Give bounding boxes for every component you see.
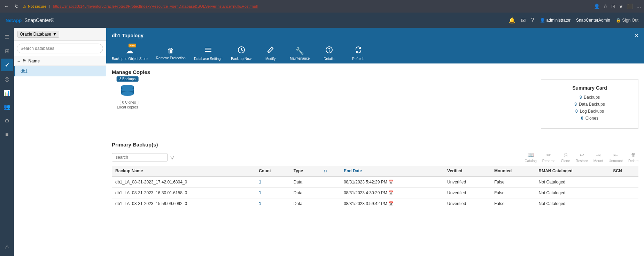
sidebar-item-users[interactable]: 👥 — [1, 100, 13, 113]
cell-empty — [320, 176, 340, 188]
sidebar-item-alert[interactable]: ⚠ — [1, 241, 13, 253]
icon-sidebar: ☰ ⊞ ✔ ◎ 📊 👥 ⚙ ≡ ⚠ — [0, 28, 14, 256]
backup-object-store-label: Backup to Object Store — [112, 57, 148, 61]
left-panel-header: Oracle Database ▼ — [14, 28, 106, 41]
list-header: ≡ ⚑ Name — [14, 56, 106, 66]
new-badge: New — [129, 44, 136, 47]
col-backup-name: Backup Name — [112, 166, 255, 176]
cell-end-date: 08/31/2023 3:59:42 PM 📅 — [340, 198, 444, 209]
toolbar-database-settings[interactable]: Database Settings — [194, 46, 223, 61]
cell-scn — [610, 176, 638, 188]
top-nav-left: NetApp SnapCenter® — [6, 17, 54, 23]
svg-rect-0 — [205, 48, 211, 48]
security-badge: ⚠ Not secure | https://snapctr:8146/Inve… — [23, 4, 258, 9]
clone-badge[interactable]: 0 Clones — [120, 100, 138, 105]
mail-icon[interactable]: ✉ — [521, 17, 526, 24]
toolbar-backup-now[interactable]: Back up Now — [231, 46, 252, 61]
trash-icon: 🗑 — [167, 47, 174, 55]
db-list-item-db1[interactable]: db1 — [14, 66, 106, 76]
bell-icon[interactable]: 🔔 — [509, 17, 515, 24]
top-nav: NetApp SnapCenter® 🔔 ✉ ? 👤 administrator… — [0, 13, 644, 28]
cell-verified: Unverified — [444, 198, 491, 209]
unmount-button[interactable]: ⇤ Unmount — [609, 152, 623, 163]
cell-verified: Unverified — [444, 188, 491, 198]
summary-card: Summary Card 3 Backups 3 Data Backups 0 … — [541, 79, 638, 129]
back-button[interactable]: ← — [3, 2, 10, 10]
col-count: Count — [255, 166, 290, 176]
toolbar-details[interactable]: Details — [319, 46, 340, 61]
cell-rman-cataloged: Not Cataloged — [535, 176, 610, 188]
mount-button[interactable]: ⇥ Mount — [593, 152, 603, 163]
col-end-date[interactable]: End Date — [340, 166, 444, 176]
cell-empty — [320, 188, 340, 198]
signout-link[interactable]: 🔒 Sign Out — [616, 18, 638, 23]
clone-icon: ⎘ — [564, 152, 567, 158]
close-button[interactable]: × — [635, 32, 638, 39]
sidebar-item-list[interactable]: ≡ — [1, 128, 13, 141]
table-row[interactable]: db1_LA_08-31-2023_17.42.01.6804_0 1 Data… — [112, 176, 638, 188]
catalog-icon: 📖 — [527, 152, 534, 158]
sidebar-item-check[interactable]: ✔ — [1, 59, 13, 71]
help-icon[interactable]: ? — [531, 17, 534, 23]
sidebar-item-circle[interactable]: ◎ — [1, 73, 13, 85]
restore-button[interactable]: ↩ Restore — [576, 152, 588, 163]
cell-scn — [610, 198, 638, 209]
search-databases-input[interactable] — [17, 44, 103, 53]
backup-badge[interactable]: 3 Backups — [117, 76, 139, 82]
table-row[interactable]: db1_LA_08-31-2023_16.30.01.6158_0 1 Data… — [112, 188, 638, 198]
divider — [112, 136, 638, 136]
list-icon[interactable]: ≡ — [17, 58, 20, 63]
refresh-label: Refresh — [352, 57, 364, 61]
clock-icon — [238, 46, 245, 55]
sidebar-item-menu[interactable]: ☰ — [1, 31, 13, 43]
cell-verified: Unverified — [444, 176, 491, 188]
top-nav-right: 🔔 ✉ ? 👤 administrator SnapCenterAdmin 🔒 … — [509, 17, 638, 24]
cell-end-date: 08/31/2023 5:42:29 PM 📅 — [340, 176, 444, 188]
summary-card-title: Summary Card — [550, 85, 630, 91]
backup-search-input[interactable] — [112, 153, 168, 161]
flag-icon[interactable]: ⚑ — [22, 58, 26, 63]
user-icon: 👤 — [540, 18, 545, 23]
netapp-logo: NetApp — [6, 18, 22, 23]
clone-button[interactable]: ⎘ Clone — [561, 152, 570, 163]
sidebar-item-grid[interactable]: ⊞ — [1, 45, 13, 57]
restore-icon: ↩ — [580, 152, 584, 158]
col-sort[interactable]: ↑↓ — [320, 166, 340, 176]
cell-type: Data — [290, 176, 320, 188]
delete-icon: 🗑 — [631, 152, 636, 158]
filter-icon[interactable]: ▽ — [170, 155, 174, 160]
resource-type-select[interactable]: Oracle Database ▼ — [17, 31, 59, 38]
refresh-button[interactable]: ↻ — [13, 2, 20, 10]
summary-backups: 3 Backups — [550, 95, 630, 100]
cell-type: Data — [290, 188, 320, 198]
cell-empty — [320, 198, 340, 209]
app-container: NetApp SnapCenter® 🔔 ✉ ? 👤 administrator… — [0, 13, 644, 256]
table-row[interactable]: db1_LA_08-31-2023_15.59.09.6092_0 1 Data… — [112, 198, 638, 209]
toolbar-maintenance[interactable]: 🔧 Maintenance — [289, 47, 310, 60]
summary-data-backups: 3 Data Backups — [550, 102, 630, 107]
svg-point-14 — [121, 88, 134, 92]
cell-backup-name: db1_LA_08-31-2023_16.30.01.6158_0 — [112, 188, 255, 198]
sidebar-item-chart[interactable]: 📊 — [1, 86, 13, 99]
remove-protection-label: Remove Protection — [156, 56, 186, 60]
sidebar-item-hierarchy[interactable]: ⚙ — [1, 114, 13, 127]
rename-button[interactable]: ✏ Rename — [542, 152, 556, 163]
delete-button[interactable]: 🗑 Delete — [628, 152, 638, 163]
cell-backup-name: db1_LA_08-31-2023_17.42.01.6804_0 — [112, 176, 255, 188]
backup-table-body: db1_LA_08-31-2023_17.42.01.6804_0 1 Data… — [112, 176, 638, 209]
toolbar-backup-object-store[interactable]: ☁ New Backup to Object Store — [112, 46, 148, 61]
toolbar-refresh[interactable]: Refresh — [348, 46, 369, 61]
column-header-name: Name — [29, 59, 40, 63]
copies-visual: 3 Backups 0 Clones Local copies — [112, 79, 143, 129]
catalog-button[interactable]: 📖 Catalog — [525, 152, 536, 163]
user-menu[interactable]: 👤 administrator — [540, 18, 571, 23]
toolbar-modify[interactable]: Modify — [260, 46, 281, 61]
backup-search: ▽ — [112, 153, 174, 161]
toolbar-remove-protection[interactable]: 🗑 Remove Protection — [156, 47, 186, 60]
toolbar: ☁ New Backup to Object Store 🗑 Remove Pr… — [106, 43, 644, 63]
app-title: SnapCenter® — [24, 17, 54, 23]
topology-header: db1 Topology × — [106, 28, 644, 43]
info-icon — [325, 46, 333, 55]
backup-table: Backup Name Count Type ↑↓ End Date Verif… — [112, 166, 638, 209]
cell-mounted: False — [491, 198, 535, 209]
